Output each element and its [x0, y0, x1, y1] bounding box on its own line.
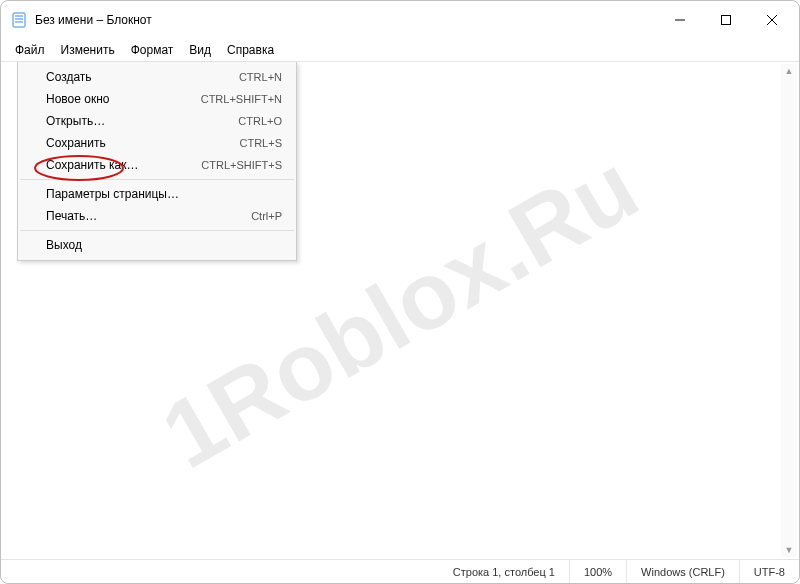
menubar: Файл Изменить Формат Вид Справка: [1, 39, 799, 61]
menu-item-new[interactable]: Создать CTRL+N: [18, 66, 296, 88]
status-encoding: UTF-8: [739, 560, 799, 583]
menu-item-page-setup[interactable]: Параметры страницы…: [18, 183, 296, 205]
menu-item-label: Создать: [46, 70, 92, 84]
notepad-icon: [11, 12, 27, 28]
statusbar: Строка 1, столбец 1 100% Windows (CRLF) …: [1, 559, 799, 583]
menubar-format[interactable]: Формат: [123, 41, 182, 59]
menubar-edit[interactable]: Изменить: [53, 41, 123, 59]
menu-item-open[interactable]: Открыть… CTRL+O: [18, 110, 296, 132]
status-zoom: 100%: [569, 560, 626, 583]
menu-item-new-window[interactable]: Новое окно CTRL+SHIFT+N: [18, 88, 296, 110]
menu-item-shortcut: CTRL+O: [238, 115, 282, 127]
menu-separator: [20, 230, 294, 231]
menu-item-label: Выход: [46, 238, 82, 252]
menubar-file[interactable]: Файл: [7, 41, 53, 59]
menu-separator: [20, 179, 294, 180]
window-controls: [657, 5, 795, 35]
menu-item-shortcut: CTRL+SHIFT+N: [201, 93, 282, 105]
menubar-help[interactable]: Справка: [219, 41, 282, 59]
notepad-window: Без имени – Блокнот Файл Изменить Формат…: [0, 0, 800, 584]
file-menu-dropdown: Создать CTRL+N Новое окно CTRL+SHIFT+N О…: [17, 62, 297, 261]
vertical-scrollbar[interactable]: ▲ ▼: [781, 64, 797, 557]
svg-rect-5: [722, 16, 731, 25]
menu-item-save[interactable]: Сохранить CTRL+S: [18, 132, 296, 154]
menu-item-label: Параметры страницы…: [46, 187, 179, 201]
editor-area[interactable]: 1Roblox.Ru Создать CTRL+N Новое окно CTR…: [1, 61, 799, 559]
menu-item-shortcut: CTRL+N: [239, 71, 282, 83]
menu-item-shortcut: Ctrl+P: [251, 210, 282, 222]
menu-item-exit[interactable]: Выход: [18, 234, 296, 256]
menubar-view[interactable]: Вид: [181, 41, 219, 59]
menu-item-label: Сохранить как…: [46, 158, 138, 172]
svg-rect-0: [13, 13, 25, 27]
menu-item-shortcut: CTRL+SHIFT+S: [201, 159, 282, 171]
menu-item-shortcut: CTRL+S: [240, 137, 283, 149]
status-position: Строка 1, столбец 1: [439, 560, 569, 583]
menu-item-label: Сохранить: [46, 136, 106, 150]
menu-item-label: Новое окно: [46, 92, 110, 106]
window-title: Без имени – Блокнот: [35, 13, 152, 27]
scroll-up-icon[interactable]: ▲: [785, 66, 794, 76]
menu-item-label: Печать…: [46, 209, 97, 223]
menu-item-print[interactable]: Печать… Ctrl+P: [18, 205, 296, 227]
status-line-ending: Windows (CRLF): [626, 560, 739, 583]
close-button[interactable]: [749, 5, 795, 35]
menu-item-label: Открыть…: [46, 114, 105, 128]
minimize-button[interactable]: [657, 5, 703, 35]
scroll-down-icon[interactable]: ▼: [785, 545, 794, 555]
maximize-button[interactable]: [703, 5, 749, 35]
menu-item-save-as[interactable]: Сохранить как… CTRL+SHIFT+S: [18, 154, 296, 176]
titlebar: Без имени – Блокнот: [1, 1, 799, 39]
